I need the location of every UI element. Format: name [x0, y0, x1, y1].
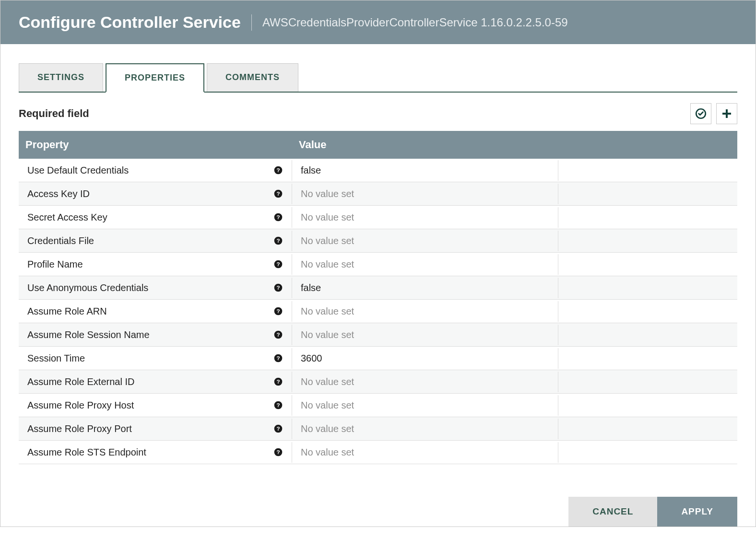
help-icon[interactable]: ?: [273, 306, 283, 316]
help-icon[interactable]: ?: [273, 353, 283, 363]
help-icon[interactable]: ?: [273, 330, 283, 339]
properties-table-header: Property Value: [19, 131, 737, 159]
table-row: Use Anonymous Credentials?false: [19, 276, 737, 300]
help-icon[interactable]: ?: [273, 212, 283, 222]
section-header: Required field: [19, 103, 737, 124]
help-icon[interactable]: ?: [273, 165, 283, 175]
help-icon[interactable]: ?: [273, 283, 283, 292]
add-property-button[interactable]: [716, 103, 737, 124]
verify-properties-button[interactable]: [690, 103, 711, 124]
property-value-label: 3600: [301, 353, 322, 363]
property-value-label: No value set: [301, 376, 354, 387]
table-row: Secret Access Key?No value set: [19, 206, 737, 229]
help-icon[interactable]: ?: [273, 236, 283, 246]
property-name-cell: Assume Role ARN?: [19, 301, 292, 322]
svg-text:?: ?: [276, 402, 280, 408]
property-name-label: Assume Role Proxy Host: [27, 400, 134, 411]
property-name-cell: Profile Name?: [19, 254, 292, 275]
property-name-cell: Assume Role Proxy Host?: [19, 395, 292, 416]
property-value-cell[interactable]: No value set: [292, 207, 558, 228]
svg-text:?: ?: [276, 237, 280, 244]
table-row: Use Default Credentials?false: [19, 159, 737, 182]
svg-text:?: ?: [276, 378, 280, 385]
property-name-label: Credentials File: [27, 235, 94, 246]
property-name-label: Assume Role External ID: [27, 376, 134, 387]
table-row: Session Time?3600: [19, 347, 737, 370]
property-value-label: false: [301, 165, 321, 175]
apply-button[interactable]: APPLY: [657, 497, 737, 526]
help-icon[interactable]: ?: [273, 400, 283, 410]
help-icon[interactable]: ?: [273, 259, 283, 269]
column-header-value: Value: [292, 131, 558, 159]
svg-text:?: ?: [276, 355, 280, 361]
svg-text:?: ?: [276, 425, 280, 432]
property-name-label: Session Time: [27, 353, 85, 364]
tab-properties[interactable]: PROPERTIES: [106, 63, 204, 93]
property-name-cell: Use Anonymous Credentials?: [19, 278, 292, 298]
property-name-cell: Credentials File?: [19, 231, 292, 251]
property-value-label: No value set: [301, 423, 354, 434]
property-value-label: No value set: [301, 188, 354, 199]
property-name-label: Assume Role Proxy Port: [27, 423, 132, 434]
property-value-cell[interactable]: false: [292, 160, 558, 181]
column-header-property: Property: [19, 131, 292, 159]
property-value-label: No value set: [301, 306, 354, 316]
configure-controller-service-dialog: Configure Controller Service AWSCredenti…: [0, 0, 756, 527]
svg-text:?: ?: [276, 214, 280, 220]
property-value-cell[interactable]: No value set: [292, 325, 558, 345]
property-value-cell[interactable]: false: [292, 278, 558, 298]
property-value-label: No value set: [301, 329, 354, 340]
property-name-label: Profile Name: [27, 259, 83, 270]
property-value-label: No value set: [301, 259, 354, 269]
property-value-cell[interactable]: No value set: [292, 231, 558, 251]
property-value-cell[interactable]: No value set: [292, 254, 558, 275]
property-value-cell[interactable]: No value set: [292, 419, 558, 439]
property-name-cell: Assume Role Proxy Port?: [19, 419, 292, 439]
property-value-cell[interactable]: No value set: [292, 372, 558, 392]
property-name-cell: Session Time?: [19, 348, 292, 369]
tab-bar: SETTINGS PROPERTIES COMMENTS: [19, 63, 737, 93]
tab-settings[interactable]: SETTINGS: [19, 63, 103, 92]
svg-text:?: ?: [276, 167, 280, 173]
svg-rect-2: [722, 113, 731, 115]
property-value-cell[interactable]: No value set: [292, 184, 558, 204]
property-name-cell: Use Default Credentials?: [19, 160, 292, 181]
table-row: Profile Name?No value set: [19, 253, 737, 276]
table-row: Assume Role Proxy Port?No value set: [19, 417, 737, 441]
svg-text:?: ?: [276, 449, 280, 455]
table-row: Access Key ID?No value set: [19, 182, 737, 206]
svg-text:?: ?: [276, 308, 280, 314]
svg-text:?: ?: [276, 190, 280, 197]
table-row: Assume Role STS Endpoint?No value set: [19, 441, 737, 464]
property-value-cell[interactable]: No value set: [292, 301, 558, 322]
property-name-label: Assume Role STS Endpoint: [27, 447, 146, 458]
property-value-cell[interactable]: 3600: [292, 348, 558, 369]
header-divider: [251, 14, 252, 31]
property-value-label: No value set: [301, 212, 354, 222]
property-value-cell[interactable]: No value set: [292, 442, 558, 463]
properties-table-body: Use Default Credentials?falseAccess Key …: [19, 159, 737, 464]
property-value-label: false: [301, 282, 321, 293]
property-name-label: Assume Role Session Name: [27, 329, 150, 340]
property-name-cell: Assume Role External ID?: [19, 372, 292, 392]
help-icon[interactable]: ?: [273, 189, 283, 199]
property-name-cell: Access Key ID?: [19, 184, 292, 204]
property-name-label: Secret Access Key: [27, 212, 107, 223]
property-value-cell[interactable]: No value set: [292, 395, 558, 416]
table-row: Assume Role External ID?No value set: [19, 370, 737, 394]
tab-comments[interactable]: COMMENTS: [207, 63, 298, 92]
dialog-subtitle: AWSCredentialsProviderControllerService …: [262, 16, 568, 29]
property-name-label: Assume Role ARN: [27, 306, 107, 317]
plus-icon: [721, 108, 732, 119]
cancel-button[interactable]: CANCEL: [568, 497, 657, 526]
property-value-label: No value set: [301, 400, 354, 410]
property-value-label: No value set: [301, 447, 354, 457]
help-icon[interactable]: ?: [273, 424, 283, 433]
property-name-label: Use Anonymous Credentials: [27, 282, 148, 293]
column-header-extra: [558, 131, 737, 159]
section-title: Required field: [19, 107, 89, 120]
help-icon[interactable]: ?: [273, 447, 283, 457]
property-value-label: No value set: [301, 235, 354, 246]
help-icon[interactable]: ?: [273, 377, 283, 386]
property-name-label: Use Default Credentials: [27, 165, 129, 176]
